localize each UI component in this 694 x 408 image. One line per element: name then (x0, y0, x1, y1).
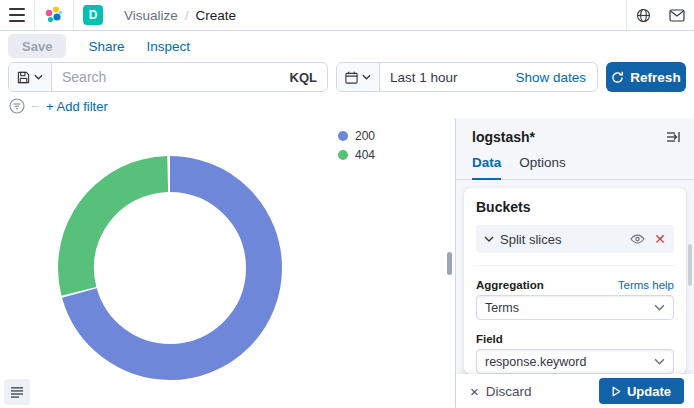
chart-legend: 200 404 (338, 129, 375, 162)
panel-header: logstash* (456, 118, 694, 145)
discard-label: Discard (486, 384, 532, 399)
split-slices-accordion[interactable]: Split slices ✕ (476, 225, 674, 253)
tab-options[interactable]: Options (519, 155, 566, 179)
editor-scroll-area: Buckets Split slices ✕ (456, 180, 694, 374)
play-icon (612, 386, 621, 397)
breadcrumb-create: Create (196, 8, 237, 23)
add-filter-button[interactable]: + Add filter (46, 99, 108, 114)
eye-icon[interactable] (630, 234, 645, 244)
chevron-down-icon (484, 236, 494, 242)
save-query-icon (17, 71, 30, 84)
breadcrumb-separator: / (185, 8, 189, 23)
legend-dot (338, 131, 348, 141)
space-switcher[interactable]: D (74, 0, 112, 30)
update-button[interactable]: Update (599, 378, 684, 404)
header-right (626, 0, 694, 30)
search-group: KQL (8, 62, 328, 92)
legend-dot (338, 150, 348, 160)
aggregation-section: Aggregation Terms help Terms (476, 279, 674, 320)
index-pattern-title: logstash* (472, 129, 535, 145)
refresh-label: Refresh (630, 70, 680, 85)
refresh-icon (611, 71, 624, 84)
aggregation-value: Terms (485, 301, 519, 315)
header-left: D Visualize / Create (0, 0, 236, 30)
menu-hamburger-icon[interactable] (0, 0, 34, 30)
kibana-visualize-app: D Visualize / Create Save Sha (0, 0, 694, 408)
close-icon: × (470, 383, 479, 400)
bucket-actions: ✕ (630, 232, 666, 246)
legend-item-404[interactable]: 404 (338, 148, 375, 162)
calendar-icon (345, 71, 358, 84)
breadcrumb: Visualize / Create (124, 8, 236, 23)
field-label: Field (476, 333, 503, 345)
filter-bar: + Add filter (0, 94, 694, 118)
aggregation-select[interactable]: Terms (476, 295, 674, 320)
legend-label: 200 (355, 129, 375, 143)
query-bar: KQL Last 1 hour Show dates Refresh (0, 61, 694, 94)
save-button[interactable]: Save (8, 34, 66, 58)
panel-resize-handle[interactable] (447, 252, 452, 275)
update-label: Update (627, 384, 671, 399)
help-globe-icon[interactable] (627, 0, 660, 30)
filter-dash (32, 106, 39, 107)
terms-help-link[interactable]: Terms help (618, 279, 674, 291)
time-picker-group: Last 1 hour Show dates (336, 62, 598, 92)
saved-query-menu[interactable] (9, 63, 52, 91)
panel-scrollbar[interactable] (688, 244, 692, 286)
mail-icon[interactable] (660, 0, 694, 30)
discard-button[interactable]: × Discard (470, 383, 532, 400)
tab-data[interactable]: Data (472, 155, 501, 180)
chevron-down-icon (34, 74, 43, 80)
search-input[interactable] (52, 69, 280, 85)
visualization-area: 200 404 (0, 118, 455, 408)
aggregation-label: Aggregation (476, 279, 544, 291)
top-header: D Visualize / Create (0, 0, 694, 31)
legend-item-200[interactable]: 200 (338, 129, 375, 143)
breadcrumb-visualize[interactable]: Visualize (124, 8, 178, 23)
refresh-button[interactable]: Refresh (606, 62, 686, 92)
collapse-panel-icon[interactable] (666, 131, 680, 143)
list-icon (11, 387, 23, 398)
chevron-down-icon (654, 358, 665, 365)
divider (474, 265, 676, 266)
field-section: Field response.keyword (476, 333, 674, 374)
date-quick-select[interactable] (337, 63, 380, 91)
query-language-button[interactable]: KQL (280, 70, 327, 85)
time-range-value[interactable]: Last 1 hour (390, 70, 458, 85)
chevron-down-icon (362, 74, 371, 80)
chevron-down-icon (654, 304, 665, 311)
bucket-type-label: Split slices (500, 232, 561, 247)
field-select[interactable]: response.keyword (476, 349, 674, 374)
elastic-logo-icon[interactable] (35, 0, 73, 30)
inspect-button[interactable]: Inspect (146, 39, 190, 54)
remove-bucket-icon[interactable]: ✕ (654, 232, 666, 246)
editor-footer: × Discard Update (456, 374, 694, 408)
buckets-card: Buckets Split slices ✕ (464, 188, 686, 374)
space-badge: D (83, 5, 103, 25)
filter-circle-icon[interactable] (9, 98, 25, 114)
field-value: response.keyword (485, 355, 586, 369)
vis-editor-panel: logstash* Data Options Buckets Split sli… (455, 118, 694, 408)
legend-toggle-button[interactable] (4, 379, 30, 405)
editor-tabs: Data Options (456, 145, 694, 180)
buckets-heading: Buckets (476, 199, 674, 215)
visualize-toolbar: Save Share Inspect (0, 31, 694, 61)
main-content: 200 404 logstash* Data Op (0, 118, 694, 408)
share-button[interactable]: Share (88, 39, 124, 54)
show-dates-button[interactable]: Show dates (515, 70, 597, 85)
donut-chart[interactable] (0, 118, 455, 408)
legend-label: 404 (355, 148, 375, 162)
